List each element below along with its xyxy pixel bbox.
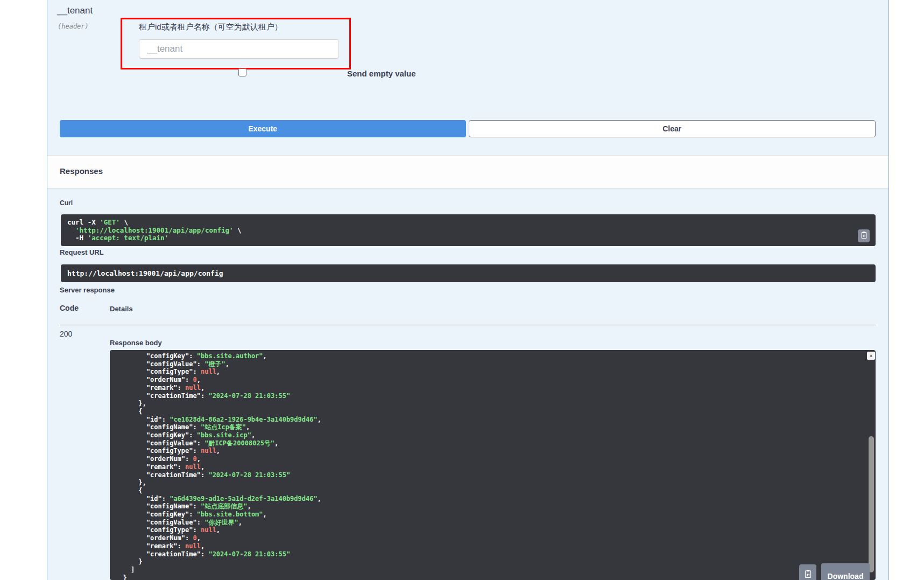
- responses-title: Responses: [60, 166, 103, 176]
- send-empty-value-checkbox[interactable]: [238, 68, 246, 76]
- request-url-label: Request URL: [60, 248, 104, 256]
- details-column-header: Details: [110, 305, 133, 313]
- execute-row: Execute Clear: [60, 120, 876, 137]
- server-response-label: Server response: [60, 286, 115, 294]
- curl-command: curl -X 'GET' \ 'http://localhost:19001/…: [61, 214, 876, 246]
- status-code: 200: [60, 330, 72, 338]
- tenant-input[interactable]: [139, 39, 339, 59]
- swagger-page: __tenant (header) 租户id或者租户名称（可空为默认租户） Se…: [0, 0, 924, 580]
- response-scrollbar-thumb[interactable]: [869, 436, 874, 572]
- clear-button[interactable]: Clear: [469, 120, 876, 137]
- send-empty-value-label: Send empty value: [347, 69, 416, 78]
- parameter-description: 租户id或者租户名称（可空为默认租户）: [139, 22, 349, 32]
- highlight-rectangle: 租户id或者租户名称（可空为默认租户）: [121, 18, 351, 69]
- clipboard-copy-icon: [804, 569, 812, 580]
- download-button[interactable]: Download: [821, 563, 870, 580]
- execute-button[interactable]: Execute: [60, 120, 466, 137]
- operation-block-body: __tenant (header) 租户id或者租户名称（可空为默认租户） Se…: [47, 0, 889, 580]
- request-url-value: http://localhost:19001/api/app/config: [61, 264, 876, 282]
- copy-curl-button[interactable]: [858, 229, 870, 242]
- code-column-header: Code: [60, 304, 79, 312]
- scroll-up-arrow-icon[interactable]: ▲: [867, 352, 875, 360]
- response-body-json: ▲ Download "configKey": "bbs.site.author…: [110, 350, 876, 580]
- parameter-name: __tenant: [57, 5, 93, 16]
- response-body-label: Response body: [110, 339, 162, 347]
- clipboard-copy-icon: [860, 231, 867, 241]
- parameter-location: (header): [58, 23, 89, 30]
- responses-section-header: Responses: [47, 155, 888, 188]
- copy-response-button[interactable]: [799, 564, 816, 580]
- curl-label: Curl: [60, 199, 73, 207]
- table-divider: [60, 325, 876, 325]
